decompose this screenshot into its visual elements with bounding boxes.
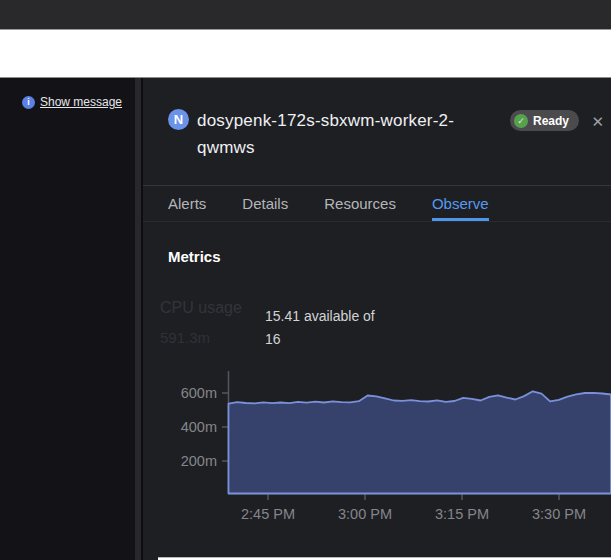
close-icon[interactable]: ✕ [591, 114, 604, 129]
drawer-header: N dosypenk-172s-sbxwm-worker-2-qwmws ✓ R… [143, 78, 611, 185]
tab-bar: Alerts Details Resources Observe [143, 185, 611, 222]
y-tick-label: 400m [181, 419, 217, 435]
status-badge-label: Ready [533, 114, 569, 128]
chart-available-label: 15.41 available of 16 [265, 305, 385, 351]
show-message-label: Show message [40, 95, 122, 109]
tab-details[interactable]: Details [242, 186, 288, 221]
y-tick-label: 600m [181, 385, 217, 401]
y-tick-label: 200m [181, 453, 217, 469]
metrics-heading: Metrics [168, 248, 221, 265]
info-icon: i [22, 96, 35, 109]
x-tick-label: 3:15 PM [435, 506, 489, 522]
chart-title: CPU usage [160, 299, 242, 317]
x-tick-label: 3:00 PM [338, 506, 392, 522]
show-message-link[interactable]: i Show message [22, 95, 122, 109]
node-details-drawer: N dosypenk-172s-sbxwm-worker-2-qwmws ✓ R… [143, 78, 611, 560]
page-header-strip [0, 29, 611, 78]
tab-observe[interactable]: Observe [432, 186, 489, 221]
tab-alerts[interactable]: Alerts [168, 186, 206, 221]
node-title[interactable]: dosypenk-172s-sbxwm-worker-2-qwmws [197, 107, 497, 161]
masthead-bar [0, 0, 611, 29]
ready-check-icon: ✓ [514, 114, 528, 128]
status-badge: ✓ Ready [510, 110, 579, 131]
tab-resources[interactable]: Resources [324, 186, 396, 221]
chart-current-value: 591.3m [160, 329, 210, 346]
chart-available-line2: 16 [265, 328, 385, 351]
cpu-area-series [229, 391, 611, 493]
x-tick-label: 3:30 PM [532, 506, 586, 522]
x-tick-label: 2:45 PM [241, 506, 295, 522]
notification-sidebar: i Show message [0, 78, 135, 560]
cpu-usage-chart[interactable]: 600m 400m 200m 2:45 PM 3:00 PM 3:15 PM 3… [143, 360, 611, 535]
node-resource-icon: N [168, 109, 189, 130]
chart-available-line1: 15.41 available of [265, 305, 385, 328]
